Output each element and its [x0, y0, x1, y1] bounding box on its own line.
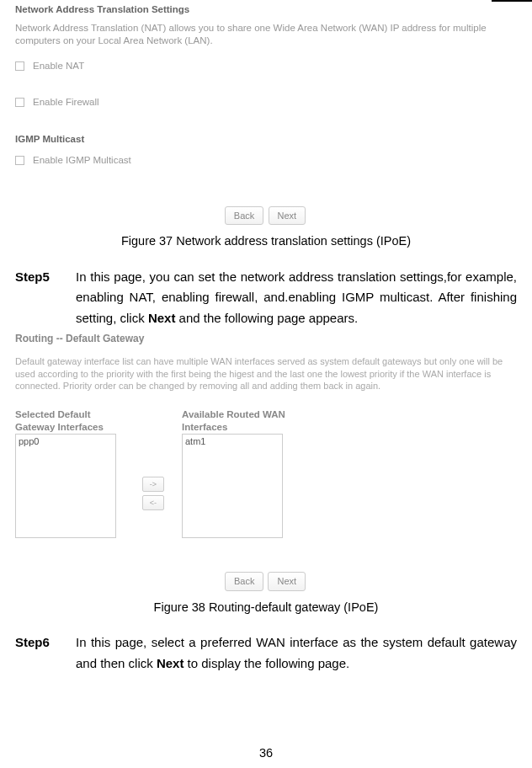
enable-igmp-label: Enable IGMP Multicast	[33, 154, 131, 168]
figure-38-caption: Figure 38 Routing-default gateway (IPoE)	[15, 598, 517, 617]
step5-row: Step5 In this page, you can set the netw…	[15, 267, 517, 329]
igmp-multicast-heading: IGMP Multicast	[15, 133, 515, 147]
routing-button-row: Back Next	[15, 572, 515, 590]
step6-label: Step6	[15, 632, 76, 675]
routing-gateway-figure: Routing -- Default Gateway Default gatew…	[15, 333, 515, 591]
nat-panel-title: Network Address Translation Settings	[15, 3, 515, 17]
available-wan-heading: Available Routed WAN Interfaces	[182, 408, 291, 434]
move-left-button[interactable]: <-	[142, 495, 164, 510]
interface-columns: Selected Default Gateway Interfaces ppp0…	[15, 408, 515, 538]
back-button[interactable]: Back	[225, 572, 263, 590]
step5-next-bold: Next	[148, 311, 176, 325]
move-buttons: -> <-	[125, 434, 182, 538]
header-rule	[492, 0, 532, 2]
available-wan-listbox[interactable]: atm1	[182, 434, 283, 538]
step5-text: In this page, you can set the network ad…	[76, 267, 517, 329]
nat-settings-figure: Network Address Translation Settings Net…	[15, 3, 515, 225]
step5-label: Step5	[15, 267, 76, 329]
step6-text: In this page, select a preferred WAN int…	[76, 632, 517, 675]
move-right-button[interactable]: ->	[142, 477, 164, 492]
enable-nat-row: Enable NAT	[15, 60, 515, 73]
enable-igmp-row: Enable IGMP Multicast	[15, 154, 515, 168]
enable-firewall-checkbox[interactable]	[15, 98, 24, 107]
step5-text-b: and the following page appears.	[175, 311, 358, 325]
step6-text-b: to display the following page.	[184, 656, 349, 670]
enable-firewall-row: Enable Firewall	[15, 96, 515, 109]
nat-panel-desc: Network Address Translation (NAT) allows…	[15, 22, 515, 48]
nat-button-row: Back Next	[15, 206, 515, 226]
step6-row: Step6 In this page, select a preferred W…	[15, 632, 517, 675]
enable-nat-checkbox[interactable]	[15, 61, 24, 71]
back-button[interactable]: Back	[225, 206, 263, 226]
step6-next-bold: Next	[157, 656, 184, 670]
routing-panel-desc: Default gateway interface list can have …	[15, 355, 515, 392]
routing-panel-title: Routing -- Default Gateway	[15, 333, 515, 346]
enable-igmp-checkbox[interactable]	[15, 156, 24, 165]
next-button[interactable]: Next	[268, 572, 306, 590]
selected-gateway-heading: Selected Default Gateway Interfaces	[15, 408, 125, 434]
page-number: 36	[0, 744, 532, 763]
enable-firewall-label: Enable Firewall	[33, 96, 99, 109]
figure-37-caption: Figure 37 Network address translation se…	[15, 232, 517, 251]
enable-nat-label: Enable NAT	[33, 60, 84, 73]
selected-gateway-listbox[interactable]: ppp0	[15, 434, 116, 538]
next-button[interactable]: Next	[269, 206, 306, 226]
